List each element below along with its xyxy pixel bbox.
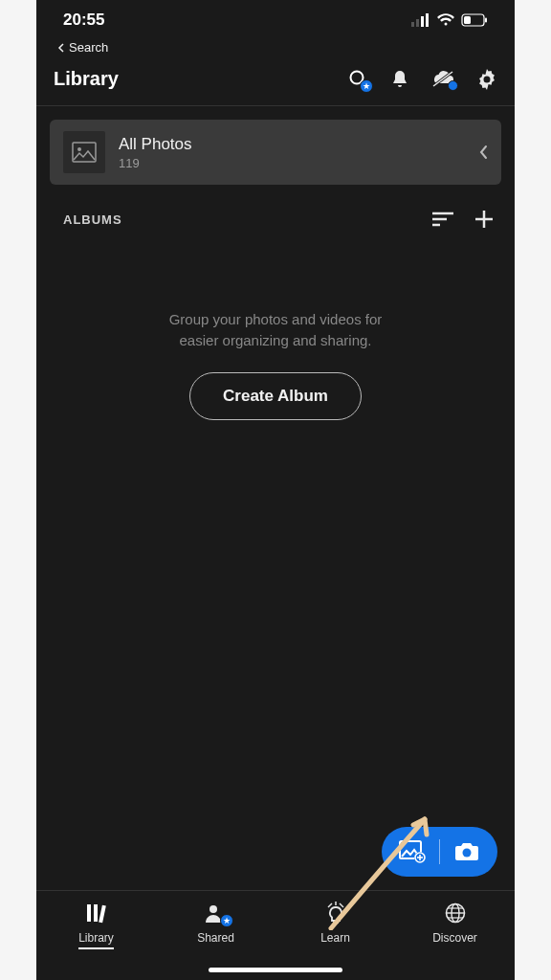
chevron-left-icon — [478, 145, 488, 160]
header-actions: ★ — [348, 69, 497, 90]
settings-button[interactable] — [476, 69, 497, 90]
all-photos-text: All Photos 119 — [119, 135, 465, 170]
albums-header: ALBUMS — [36, 185, 515, 229]
albums-empty-state: Group your photos and videos for easier … — [36, 229, 515, 420]
tab-discover[interactable]: Discover — [395, 901, 515, 945]
picture-icon — [72, 142, 97, 163]
bell-icon — [390, 69, 409, 90]
empty-line1: Group your photos and videos for — [75, 309, 476, 330]
cellular-icon — [411, 13, 430, 27]
search-badge-icon: ★ — [360, 79, 373, 93]
tab-discover-label: Discover — [432, 931, 477, 945]
tab-library-label: Library — [78, 931, 114, 949]
shared-badge-icon: ★ — [220, 914, 233, 927]
svg-rect-25 — [94, 904, 98, 922]
home-indicator[interactable] — [209, 968, 342, 972]
discover-icon — [445, 902, 466, 924]
tab-shared-label: Shared — [197, 931, 234, 945]
svg-line-30 — [340, 903, 343, 907]
search-button[interactable]: ★ — [348, 69, 369, 90]
notifications-button[interactable] — [390, 69, 409, 90]
library-icon — [85, 902, 108, 924]
create-album-button[interactable]: Create Album — [189, 372, 362, 420]
all-photos-row[interactable]: All Photos 119 — [50, 120, 501, 185]
svg-point-27 — [209, 905, 217, 913]
add-album-button[interactable] — [474, 210, 494, 229]
add-image-icon — [399, 840, 426, 863]
fab-divider — [439, 839, 440, 864]
status-bar: 20:55 — [36, 0, 515, 40]
albums-label: ALBUMS — [63, 212, 122, 227]
svg-rect-11 — [73, 143, 96, 162]
status-indicators — [411, 13, 488, 27]
camera-icon — [453, 841, 480, 862]
all-photos-count: 119 — [119, 156, 465, 170]
tab-learn-label: Learn — [320, 931, 350, 945]
all-photos-thumb — [63, 131, 105, 173]
svg-rect-3 — [426, 13, 429, 27]
app-screen: 20:55 Search Library ★ — [36, 0, 515, 980]
page-header: Library ★ — [36, 62, 515, 106]
cloud-sync-button[interactable] — [430, 70, 455, 89]
back-label: Search — [69, 40, 108, 55]
svg-rect-1 — [416, 19, 419, 27]
battery-icon — [461, 13, 488, 27]
svg-line-28 — [328, 903, 332, 907]
svg-rect-5 — [485, 18, 487, 23]
all-photos-title: All Photos — [119, 135, 465, 154]
camera-button[interactable] — [453, 841, 480, 862]
plus-icon — [474, 210, 494, 229]
gear-icon — [476, 69, 497, 90]
status-time: 20:55 — [63, 11, 104, 30]
tab-shared[interactable]: ★ Shared — [156, 901, 276, 945]
svg-rect-26 — [99, 905, 106, 923]
svg-point-12 — [77, 147, 81, 151]
bottom-tab-bar: Library ★ Shared Learn — [36, 890, 515, 980]
empty-line2: easier organizing and sharing. — [75, 330, 476, 351]
page-title: Library — [54, 68, 119, 90]
svg-rect-24 — [87, 904, 91, 922]
learn-icon — [325, 901, 346, 925]
svg-point-23 — [463, 849, 472, 858]
import-fab — [382, 827, 497, 877]
wifi-icon — [436, 13, 455, 27]
tab-library[interactable]: Library — [36, 901, 156, 949]
sort-button[interactable] — [432, 212, 453, 227]
back-caret-icon — [57, 43, 65, 53]
sync-badge-icon — [448, 80, 458, 91]
svg-rect-6 — [464, 16, 471, 24]
svg-rect-0 — [411, 22, 414, 27]
tab-learn[interactable]: Learn — [276, 901, 395, 945]
add-photos-button[interactable] — [399, 840, 426, 863]
sort-icon — [432, 212, 453, 227]
back-to-app[interactable]: Search — [36, 40, 515, 62]
svg-rect-2 — [421, 16, 424, 27]
